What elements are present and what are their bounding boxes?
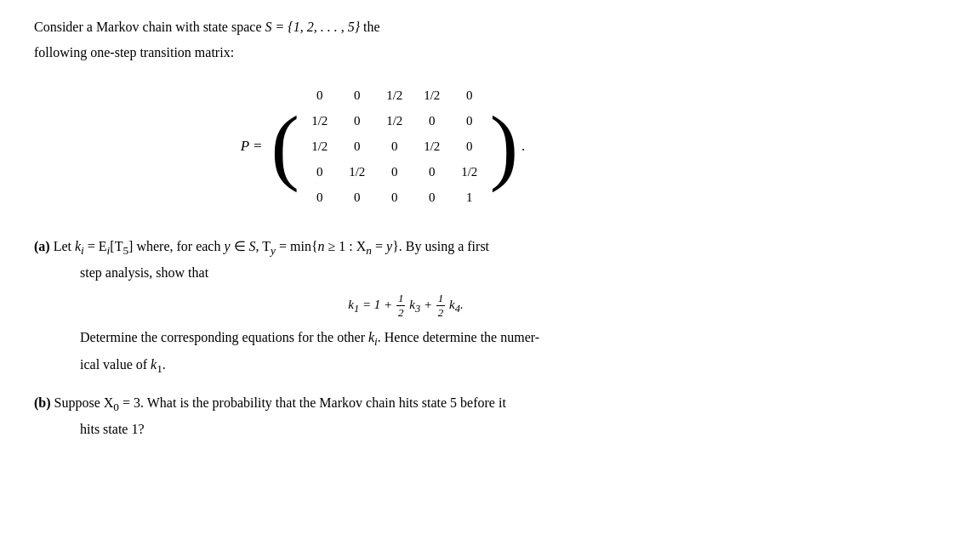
part-a: (a) Let ki = Ei[T5] where, for each y ∈ … — [34, 236, 732, 378]
matrix-label: P = — [241, 135, 263, 157]
matrix-cell: 0 — [466, 111, 473, 131]
matrix-cell: 1/2 — [311, 137, 328, 156]
matrix-cell: 0 — [466, 137, 473, 156]
matrix-cell: 0 — [316, 162, 323, 182]
part-a-label: (a) — [34, 239, 50, 253]
matrix-cell: 0 — [429, 162, 436, 182]
matrix-cell: 0 — [354, 137, 361, 156]
matrix-cell: 0 — [354, 86, 361, 105]
matrix-cell: 0 — [316, 188, 323, 207]
matrix-cell: 1/2 — [424, 137, 440, 156]
equation-text: k1 = 1 + 1 2 k3 + 1 2 k4. — [348, 292, 463, 319]
frac-half-1: 1 2 — [396, 292, 406, 319]
part-a-line1: (a) Let ki = Ei[T5] where, for each y ∈ … — [34, 236, 732, 259]
part-a-indented: step analysis, show that k1 = 1 + 1 2 k3… — [80, 263, 732, 378]
part-a-determine-line1: Determine the corresponding equations fo… — [80, 327, 732, 350]
matrix-grid: 0 0 1/2 1/2 0 1/2 0 1/2 0 0 1/2 0 0 1/2 … — [299, 80, 490, 213]
matrix-cell: 0 — [316, 86, 323, 105]
matrix-container: P = ( 0 0 1/2 1/2 0 1/2 0 1/2 0 0 1/2 0 … — [34, 80, 732, 213]
part-a-text: Let ki = Ei[T5] where, for each y ∈ S, T… — [54, 239, 489, 253]
main-content: Consider a Markov chain with state space… — [34, 17, 732, 440]
matrix-cell: 1/2 — [386, 111, 402, 131]
matrix-cell: 1 — [466, 188, 473, 207]
matrix-cell: 0 — [429, 111, 436, 131]
intro-line1: Consider a Markov chain with state space… — [34, 17, 732, 37]
part-b: (b) Suppose X0 = 3. What is the probabil… — [34, 393, 732, 440]
part-a-equation: k1 = 1 + 1 2 k3 + 1 2 k4. — [80, 292, 732, 319]
matrix-cell: 1/2 — [311, 111, 328, 131]
state-space: S = {1, 2, . . . , 5} — [265, 20, 360, 34]
matrix-cell: 0 — [391, 162, 398, 182]
part-b-label: (b) — [34, 395, 51, 410]
part-b-line1: (b) Suppose X0 = 3. What is the probabil… — [34, 393, 732, 416]
frac-half-2: 1 2 — [436, 292, 446, 319]
matrix-cell: 0 — [354, 188, 361, 207]
matrix-cell: 1/2 — [461, 162, 477, 182]
matrix-cell: 0 — [429, 188, 436, 207]
part-b-indented: hits state 1? — [80, 419, 732, 440]
matrix-cell: 0 — [391, 137, 398, 156]
matrix-cell: 0 — [354, 111, 361, 131]
intro-text1: Consider a Markov chain with state space — [34, 20, 261, 34]
part-b-line2: hits state 1? — [80, 419, 732, 440]
part-a-determine-line2: ical value of k1. — [80, 355, 732, 378]
matrix-cell: 0 — [466, 86, 473, 105]
matrix-cell: 0 — [391, 188, 398, 207]
intro-line2: following one-step transition matrix: — [34, 43, 732, 63]
part-a-step-analysis: step analysis, show that — [80, 263, 732, 283]
part-b-text: Suppose X0 = 3. What is the probability … — [54, 395, 506, 410]
bracket-left: ( — [271, 104, 299, 189]
matrix-period: . — [521, 135, 525, 157]
matrix-cell: 1/2 — [349, 162, 365, 182]
matrix-cell: 1/2 — [424, 86, 440, 105]
matrix-bracket-wrap: ( 0 0 1/2 1/2 0 1/2 0 1/2 0 0 1/2 0 0 1/… — [271, 80, 518, 213]
intro-the: the — [363, 20, 380, 34]
matrix-cell: 1/2 — [386, 86, 402, 105]
bracket-right: ) — [490, 104, 518, 189]
